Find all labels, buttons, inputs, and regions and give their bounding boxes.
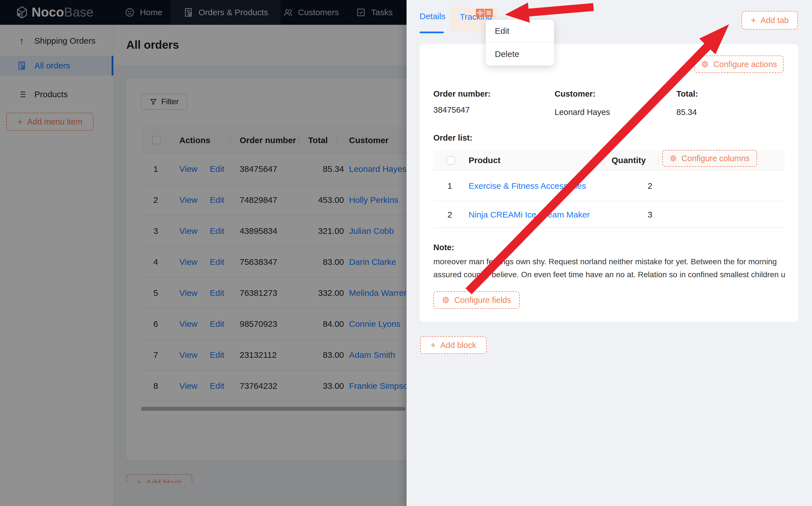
- menu-item-edit[interactable]: Edit: [486, 20, 554, 42]
- order-list-row: 1 Exercise & Fitness Accessories 2: [433, 170, 785, 201]
- plus-icon: +: [751, 16, 756, 25]
- note-line: moreover man feelings own shy. Request n…: [433, 255, 786, 268]
- tab-details[interactable]: Details: [420, 12, 445, 21]
- product-link[interactable]: Exercise & Fitness Accessories: [468, 170, 586, 201]
- order-number-label: Order number:: [433, 89, 491, 99]
- quantity-cell: 2: [648, 170, 652, 201]
- add-tab-button[interactable]: + Add tab: [741, 11, 798, 29]
- row-index: 1: [447, 170, 452, 201]
- details-block-card: Configure actions Order number: 38475647…: [420, 44, 799, 322]
- designer-menu-icon[interactable]: [485, 9, 493, 17]
- product-link[interactable]: Ninja CREAMi Ice Cream Maker: [468, 201, 590, 228]
- header-separator: [658, 155, 659, 165]
- configure-actions-label: Configure actions: [713, 60, 777, 69]
- add-tab-label: Add tab: [760, 16, 789, 25]
- gear-icon: [670, 155, 677, 162]
- drawer-mask[interactable]: [0, 0, 407, 506]
- order-list-row: 2 Ninja CREAMi Ice Cream Maker 3: [433, 201, 785, 228]
- app-window: NocoBase Home Orders & Products: [0, 0, 812, 506]
- configure-fields-button[interactable]: Configure fields: [433, 291, 520, 309]
- details-drawer: Details Tracking + Add tab: [407, 0, 812, 506]
- header-separator: [603, 155, 604, 165]
- quantity-cell: 3: [648, 201, 652, 228]
- active-tab-indicator: [420, 31, 444, 33]
- configure-columns-label: Configure columns: [681, 154, 750, 163]
- gear-icon: [701, 60, 709, 68]
- drawer-add-block-button[interactable]: + Add block: [420, 336, 487, 354]
- add-block-label: Add block: [440, 341, 476, 350]
- select-all-checkbox[interactable]: [446, 156, 455, 165]
- designer-context-menu: Edit Delete: [486, 20, 554, 65]
- configure-actions-button[interactable]: Configure actions: [694, 56, 784, 73]
- configure-columns-button[interactable]: Configure columns: [662, 150, 757, 167]
- drag-move-icon[interactable]: [476, 9, 484, 17]
- order-list-label: Order list:: [433, 133, 472, 143]
- customer-value-link[interactable]: Leonard Hayes: [555, 108, 610, 117]
- configure-fields-label: Configure fields: [454, 296, 511, 305]
- total-value: 85.34: [676, 108, 697, 117]
- column-header-product[interactable]: Product: [468, 150, 501, 170]
- note-label: Note:: [433, 243, 454, 252]
- row-index: 2: [447, 201, 452, 228]
- menu-item-delete[interactable]: Delete: [486, 43, 554, 65]
- order-number-value: 38475647: [433, 105, 470, 115]
- order-list-header: Product Quantity Configure columns: [433, 150, 785, 170]
- note-line: assured country believe. On even feet ti…: [433, 268, 786, 281]
- plus-icon: +: [431, 341, 436, 350]
- gear-icon: [442, 296, 450, 304]
- column-header-quantity[interactable]: Quantity: [611, 150, 646, 170]
- total-label: Total:: [676, 89, 698, 99]
- customer-label: Customer:: [555, 89, 595, 99]
